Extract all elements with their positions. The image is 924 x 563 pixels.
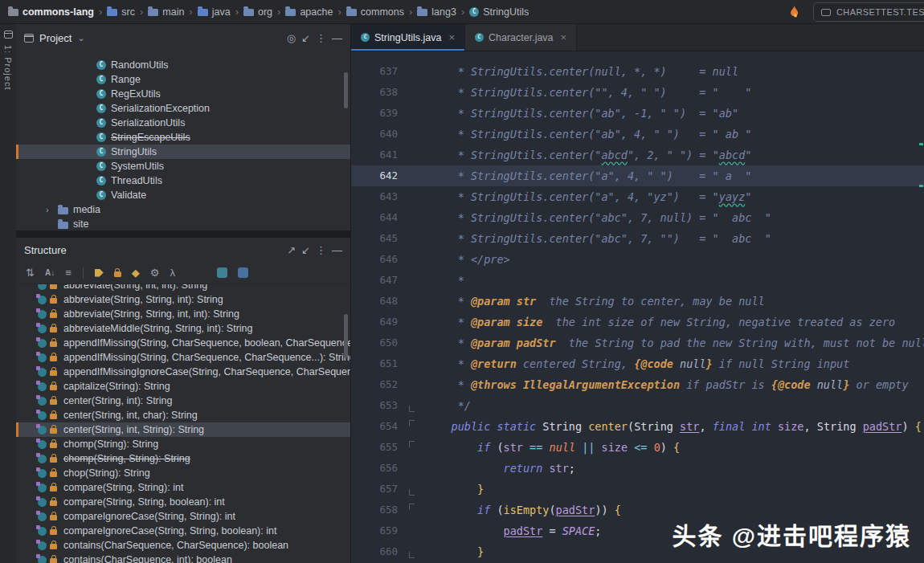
breadcrumb-item[interactable]: apache bbox=[285, 6, 333, 18]
editor-line[interactable]: 653 */ bbox=[351, 395, 924, 416]
structure-item[interactable]: appendIfMissing(String, CharSequence, Ch… bbox=[16, 350, 350, 365]
editor-line[interactable]: 655 if (str == null || size <= 0) { bbox=[351, 437, 924, 458]
more-icon[interactable]: ⋮ bbox=[316, 33, 326, 43]
locate-icon[interactable]: ◎ bbox=[287, 33, 296, 43]
sort-alphabetically-icon[interactable]: A↓ bbox=[45, 269, 55, 277]
show-fields-icon[interactable] bbox=[95, 269, 104, 277]
editor-line[interactable]: 640 * StringUtils.center("ab", 4, " ") =… bbox=[351, 124, 924, 145]
editor-line[interactable]: 649 * @param size the int size of new St… bbox=[351, 312, 924, 332]
breadcrumb-item[interactable]: main bbox=[148, 6, 184, 18]
editor-line[interactable]: 652 * @throws IllegalArgumentException i… bbox=[351, 374, 924, 395]
show-non-public-icon[interactable] bbox=[114, 271, 121, 277]
minimize-icon[interactable]: — bbox=[332, 245, 342, 255]
structure-item[interactable]: contains(CharSequence, int): boolean bbox=[16, 553, 350, 563]
breadcrumb-item[interactable]: commons-lang bbox=[8, 6, 94, 18]
lambda-icon[interactable]: λ bbox=[170, 267, 175, 278]
editor-line[interactable]: 651 * @return centered String, {@code nu… bbox=[351, 353, 924, 374]
toolwindow-icon[interactable] bbox=[4, 31, 13, 39]
structure-item[interactable]: compareIgnoreCase(String, String): int bbox=[16, 509, 350, 524]
editor-line[interactable]: 646 * </pre> bbox=[351, 249, 924, 270]
editor-line[interactable]: 645 * StringUtils.center("abc", 7, "") =… bbox=[351, 228, 924, 249]
editor[interactable]: 637 * StringUtils.center(null, *, *) = n… bbox=[351, 51, 924, 563]
tree-item[interactable]: CSystemUtils bbox=[16, 159, 350, 173]
breadcrumb-item[interactable]: src bbox=[107, 6, 135, 18]
tree-item[interactable]: CStringEscapeUtils bbox=[16, 130, 350, 145]
editor-line[interactable]: 657 } bbox=[351, 479, 924, 500]
structure-item[interactable]: chomp(String): String bbox=[16, 437, 350, 451]
structure-item[interactable]: center(String, int): String bbox=[16, 394, 350, 408]
breadcrumb-item[interactable]: org bbox=[243, 6, 272, 18]
show-properties-icon[interactable]: ◆ bbox=[132, 267, 140, 278]
tree-item[interactable]: CSerializationException bbox=[16, 101, 350, 116]
tab-character-java[interactable]: CCharacter.java× bbox=[465, 24, 577, 51]
gear-icon[interactable]: ⚙ bbox=[150, 267, 160, 278]
breadcrumb-item[interactable]: lang3 bbox=[417, 6, 456, 18]
structure-item[interactable]: center(String, int, String): String bbox=[16, 422, 350, 437]
breadcrumb-item[interactable]: CStringUtils bbox=[469, 6, 529, 18]
editor-line[interactable]: 643 * StringUtils.center("a", 4, "yz") =… bbox=[351, 186, 924, 207]
fold-marker-icon[interactable] bbox=[409, 406, 415, 412]
tree-item[interactable]: CSerializationUtils bbox=[16, 116, 350, 130]
warning-mark[interactable] bbox=[919, 143, 923, 145]
structure-item[interactable]: compare(String, String): int bbox=[16, 480, 350, 495]
tree-item[interactable]: CThreadUtils bbox=[16, 173, 350, 188]
tree-item[interactable]: site bbox=[16, 217, 350, 231]
structure-item[interactable]: compareIgnoreCase(String, String, boolea… bbox=[16, 524, 350, 538]
toggle-fields-icon[interactable] bbox=[217, 267, 227, 278]
editor-line[interactable]: 637 * StringUtils.center(null, *, *) = n… bbox=[351, 61, 924, 82]
editor-line[interactable]: 644 * StringUtils.center("abc", 7, null)… bbox=[351, 207, 924, 228]
chevron-down-icon[interactable]: ⌄ bbox=[77, 33, 84, 43]
flame-icon[interactable] bbox=[789, 6, 799, 19]
structure-item[interactable]: abbreviate(String, String, int, int): St… bbox=[16, 307, 350, 321]
structure-item[interactable]: capitalize(String): String bbox=[16, 379, 350, 394]
breadcrumb-item[interactable]: commons bbox=[346, 6, 404, 18]
structure-item[interactable]: abbreviate(String, String, int): String bbox=[16, 292, 350, 307]
breadcrumb-item[interactable]: java bbox=[198, 6, 231, 18]
structure-item[interactable]: appendIfMissing(String, CharSequence, bo… bbox=[16, 336, 350, 350]
project-scrollbar[interactable] bbox=[344, 72, 348, 108]
tree-item[interactable]: ›media bbox=[16, 202, 350, 217]
editor-line[interactable]: 650 * @param padStr the String to pad th… bbox=[351, 332, 924, 353]
close-icon[interactable]: × bbox=[448, 31, 455, 43]
group-methods-icon[interactable]: ≡ bbox=[65, 267, 72, 278]
tab-stringutils-java[interactable]: CStringUtils.java× bbox=[351, 24, 465, 51]
fold-marker-icon[interactable] bbox=[409, 489, 415, 496]
run-config-select[interactable]: CHARSETTEST.TEST bbox=[813, 2, 924, 22]
editor-line[interactable]: 656 return str; bbox=[351, 458, 924, 479]
collapse-all-icon[interactable]: ↙ bbox=[301, 33, 310, 43]
structure-item[interactable]: appendIfMissingIgnoreCase(String, CharSe… bbox=[16, 365, 350, 379]
structure-item[interactable]: contains(CharSequence, CharSequence): bo… bbox=[16, 538, 350, 553]
fold-marker-icon[interactable] bbox=[409, 441, 415, 447]
editor-line[interactable]: 641 * StringUtils.center("abcd", 2, " ")… bbox=[351, 145, 924, 165]
tree-item[interactable]: CRange bbox=[16, 72, 350, 87]
structure-item[interactable]: compare(String, String, boolean): int bbox=[16, 495, 350, 509]
tree-item[interactable]: CRandomUtils bbox=[16, 58, 350, 72]
chevron-right-icon[interactable]: › bbox=[46, 205, 49, 214]
editor-line[interactable]: 648 * @param str the String to center, m… bbox=[351, 291, 924, 312]
editor-line[interactable]: 639 * StringUtils.center("ab", -1, " ") … bbox=[351, 103, 924, 124]
sort-by-visibility-icon[interactable]: ⇅ bbox=[26, 267, 35, 278]
project-title[interactable]: Project bbox=[39, 32, 72, 44]
fold-marker-icon[interactable] bbox=[409, 552, 415, 558]
structure-item[interactable]: abbreviateMiddle(String, String, int): S… bbox=[16, 321, 350, 336]
warning-mark[interactable] bbox=[919, 185, 923, 187]
project-stripe-label[interactable]: 1: Project bbox=[3, 45, 13, 90]
editor-line[interactable]: 654 public static String center(String s… bbox=[351, 416, 924, 437]
collapse-icon[interactable]: ↙ bbox=[301, 245, 310, 255]
minimize-icon[interactable]: — bbox=[332, 33, 342, 43]
fold-marker-icon[interactable] bbox=[409, 504, 415, 510]
toggle-inherited-icon[interactable] bbox=[238, 267, 248, 278]
structure-scrollbar[interactable] bbox=[344, 314, 348, 358]
fold-marker-icon[interactable] bbox=[409, 420, 415, 426]
structure-item[interactable]: chop(String): String bbox=[16, 466, 350, 480]
close-icon[interactable]: × bbox=[561, 31, 567, 43]
editor-line[interactable]: 647 * bbox=[351, 270, 924, 291]
tree-item[interactable]: CStringUtils bbox=[16, 145, 350, 159]
editor-line[interactable]: 638 * StringUtils.center("", 4, " ") = "… bbox=[351, 82, 924, 103]
tree-item[interactable]: CRegExUtils bbox=[16, 87, 350, 101]
editor-line[interactable]: 642 * StringUtils.center("a", 4, " ") = … bbox=[351, 165, 924, 186]
expand-icon[interactable]: ↗ bbox=[287, 245, 296, 255]
more-icon[interactable]: ⋮ bbox=[316, 245, 326, 255]
tree-item[interactable]: CValidate bbox=[16, 188, 350, 202]
structure-item[interactable]: center(String, int, char): String bbox=[16, 408, 350, 422]
